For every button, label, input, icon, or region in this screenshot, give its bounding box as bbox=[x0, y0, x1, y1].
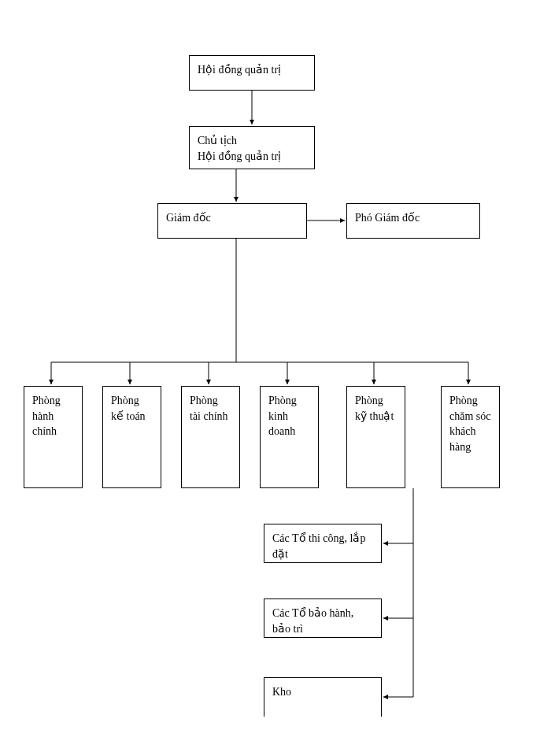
label-chairman-line2: Hội đồng quản trị bbox=[198, 149, 306, 165]
node-team-warranty: Các Tổ bảo hành, bảo trì bbox=[264, 598, 382, 638]
node-chairman: Chủ tịch Hội đồng quản trị bbox=[189, 126, 315, 169]
node-dept-finance: Phòng tài chính bbox=[181, 386, 240, 488]
node-deputy-director: Phó Giám đốc bbox=[346, 203, 480, 239]
node-dept-business: Phòng kinh doanh bbox=[260, 386, 319, 488]
node-dept-admin: Phòng hành chính bbox=[24, 386, 83, 488]
node-warehouse: Kho bbox=[264, 677, 382, 717]
node-dept-technical: Phòng kỹ thuật bbox=[346, 386, 405, 488]
node-dept-customer-care: Phòng chăm sóc khách hàng bbox=[441, 386, 500, 488]
connector-arrows bbox=[0, 0, 551, 756]
node-team-construction: Các Tổ thi công, lắp đặt bbox=[264, 524, 382, 563]
label-board: Hội đồng quản trị bbox=[198, 64, 281, 76]
label-dept-accounting: Phòng kế toán bbox=[111, 395, 146, 422]
label-warehouse: Kho bbox=[272, 686, 291, 698]
label-dept-customer-care: Phòng chăm sóc khách hàng bbox=[449, 395, 490, 453]
label-team-construction: Các Tổ thi công, lắp đặt bbox=[272, 532, 365, 560]
label-team-warranty: Các Tổ bảo hành, bảo trì bbox=[272, 607, 353, 635]
label-director: Giám đốc bbox=[166, 212, 211, 224]
label-chairman-line1: Chủ tịch bbox=[198, 133, 306, 149]
label-dept-admin: Phòng hành chính bbox=[32, 395, 61, 437]
label-dept-technical: Phòng kỹ thuật bbox=[355, 395, 394, 422]
node-dept-accounting: Phòng kế toán bbox=[102, 386, 161, 488]
node-board: Hội đồng quản trị bbox=[189, 55, 315, 91]
label-dept-business: Phòng kinh doanh bbox=[268, 395, 297, 437]
label-dept-finance: Phòng tài chính bbox=[190, 395, 228, 422]
label-deputy-director: Phó Giám đốc bbox=[355, 212, 420, 224]
node-director: Giám đốc bbox=[157, 203, 307, 239]
